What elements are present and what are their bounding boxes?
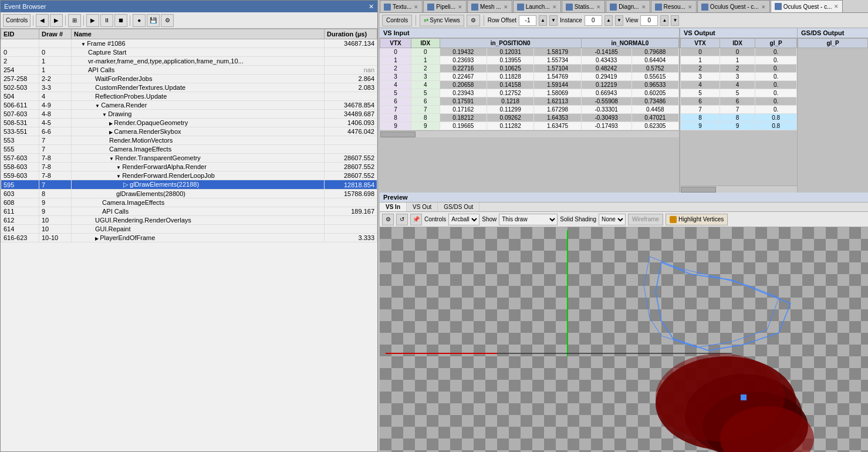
col-vtx[interactable]: VTX: [681, 39, 720, 48]
table-row[interactable]: 254 1 API Calls nan: [1, 66, 377, 75]
tab-textu[interactable]: Textu...✕: [380, 0, 423, 13]
settings-icon-button[interactable]: ⚙: [382, 214, 394, 225]
vs-input-row[interactable]: 9 9 0.19665 0.11282 1.63475 -0.17493 0.6…: [380, 122, 679, 130]
row-offset-up[interactable]: ▲: [539, 15, 547, 26]
close-icon[interactable]: ✕: [369, 3, 374, 11]
table-row[interactable]: 558-603 7-8 RenderForwardAlpha.Render 28…: [1, 163, 377, 171]
vs-output-row[interactable]: 770.: [681, 106, 797, 114]
tab-close-icon[interactable]: ✕: [761, 4, 766, 10]
vs-output-row[interactable]: 000.: [681, 48, 797, 56]
tab-vs-out[interactable]: VS Out: [407, 203, 438, 211]
tab-vs-in[interactable]: VS In: [380, 203, 407, 211]
tab-resou[interactable]: Resou...✕: [651, 0, 697, 13]
vs-input-row[interactable]: 7 7 0.17162 0.11299 1.67298 -0.33301 0.4…: [380, 106, 679, 114]
tab-oculus1[interactable]: Oculus Quest - c...✕: [697, 0, 770, 13]
col-normal[interactable]: in_NORMAL0: [581, 39, 678, 48]
show-select[interactable]: This draw: [499, 214, 558, 225]
col-header-duration[interactable]: Duration (µs): [325, 29, 377, 39]
prev-button[interactable]: ◀: [36, 14, 49, 27]
table-row[interactable]: 533-551 6-6 Camera.RenderSkybox 4476.042: [1, 127, 377, 136]
vs-output-row-highlight[interactable]: 990.8: [681, 122, 797, 130]
tab-launch[interactable]: Launch...✕: [513, 0, 561, 13]
tab-close-icon[interactable]: ✕: [458, 4, 462, 10]
tab-oculus2[interactable]: Oculus Quest - c...✕: [771, 0, 843, 13]
vs-output-row[interactable]: 220.: [681, 65, 797, 73]
vs-output-row-highlight[interactable]: 880.8: [681, 114, 797, 122]
event-table-container[interactable]: EID Draw # Name Duration (µs) Frame #108…: [1, 29, 377, 451]
scroll-thumb[interactable]: [681, 187, 716, 193]
tab-gsds-out[interactable]: GS/DS Out: [438, 203, 479, 211]
table-row[interactable]: 0 0 Capture Start: [1, 48, 377, 57]
vs-input-row[interactable]: 0 0 0.19432 0.12031 1.58179 -0.14185 0.7…: [380, 48, 679, 56]
col-idx[interactable]: IDX: [720, 39, 755, 48]
view-input[interactable]: [640, 15, 658, 26]
gsds-output-table-container[interactable]: gl_P: [798, 38, 868, 193]
col-header-name[interactable]: Name: [72, 29, 325, 39]
row-offset-down[interactable]: ▼: [549, 15, 558, 26]
record-button[interactable]: ●: [133, 14, 146, 27]
table-row-selected[interactable]: 595 7 ▷ glDrawElements(22188) 12818.854: [1, 180, 377, 190]
instance-input[interactable]: [585, 15, 602, 26]
scroll-thumb[interactable]: [380, 131, 416, 137]
col-header-draw[interactable]: Draw #: [39, 29, 72, 39]
col-idx[interactable]: IDX: [411, 39, 440, 48]
vs-input-row[interactable]: 3 3 0.22467 0.11828 1.54769 0.29419 0.55…: [380, 73, 679, 81]
highlight-vertices-button[interactable]: Highlight Vertices: [666, 214, 728, 225]
tab-close-icon[interactable]: ✕: [596, 4, 601, 10]
table-row[interactable]: 507-603 4-8 Drawing 34489.687: [1, 110, 377, 119]
vs-input-row[interactable]: 4 4 0.20658 0.14158 1.59144 0.12219 0.96…: [380, 81, 679, 89]
table-row[interactable]: 2 1 vr-marker,frame_end,type,application…: [1, 57, 377, 66]
tab-close-icon[interactable]: ✕: [688, 4, 693, 10]
col-glp[interactable]: gl_P: [798, 39, 868, 48]
tab-diagn[interactable]: Diagn...✕: [606, 0, 650, 13]
col-glp[interactable]: gl_P: [755, 39, 797, 48]
settings-button[interactable]: ⚙: [161, 14, 174, 27]
options-button[interactable]: ⚙: [467, 15, 480, 26]
col-header-eid[interactable]: EID: [1, 29, 39, 39]
table-row[interactable]: 508-531 4-5 Render.OpaqueGeometry 1406.0…: [1, 119, 377, 127]
table-row[interactable]: 502-503 3-3 CustomRenderTextures.Update …: [1, 83, 377, 92]
table-row[interactable]: 553 7 Render.MotionVectors: [1, 136, 377, 145]
preview-canvas[interactable]: [380, 227, 868, 452]
table-row[interactable]: 612 10 UGUI.Rendering.RenderOverlays: [1, 216, 377, 225]
controls-button[interactable]: Controls: [382, 15, 412, 26]
table-row[interactable]: 616-623 10-10 PlayerEndOfFrame 3.333: [1, 234, 377, 242]
table-row[interactable]: 608 9 Camera.ImageEffects: [1, 198, 377, 207]
stop-button[interactable]: ⏹: [114, 14, 127, 27]
view-up[interactable]: ▲: [660, 15, 668, 26]
vs-input-row[interactable]: 1 1 0.23693 0.13955 1.55734 0.43433 0.64…: [380, 56, 679, 65]
tab-close-icon[interactable]: ✕: [834, 4, 839, 9]
table-row[interactable]: Frame #1086 34687.134: [1, 39, 377, 48]
vs-output-row[interactable]: 440.: [681, 81, 797, 89]
view-down[interactable]: ▼: [671, 15, 679, 26]
vs-input-row[interactable]: 2 2 0.22716 0.10625 1.57104 0.48242 0.57…: [380, 65, 679, 73]
controls-button[interactable]: Controls: [3, 14, 31, 27]
vs-input-table-container[interactable]: VTX IDX in_POSITION0 in_NORMAL0 0 0 0.19…: [380, 38, 679, 130]
horizontal-scrollbar[interactable]: [680, 185, 797, 193]
bookmark-button[interactable]: ⊞: [68, 14, 81, 27]
vs-input-row[interactable]: 6 6 0.17591 0.1218 1.62113 -0.55908 0.73…: [380, 97, 679, 106]
table-row[interactable]: 557-603 7-8 Render.TransparentGeometry 2…: [1, 154, 377, 163]
vs-input-row[interactable]: 8 8 0.18212 0.09262 1.64353 -0.30493 0.4…: [380, 114, 679, 122]
sync-views-button[interactable]: ⇄ Sync Views: [420, 15, 464, 26]
table-row[interactable]: 611 9 API Calls 189.167: [1, 207, 377, 216]
tab-statis[interactable]: Statis...✕: [562, 0, 605, 13]
table-row[interactable]: 603 8 glDrawElements(28800) 15788.698: [1, 190, 377, 198]
tab-close-icon[interactable]: ✕: [414, 4, 418, 10]
vs-output-row[interactable]: 110.: [681, 56, 797, 65]
vs-input-row[interactable]: 5 5 0.23943 0.12752 1.58069 0.66943 0.60…: [380, 89, 679, 97]
next-button[interactable]: ▶: [50, 14, 63, 27]
vs-output-row[interactable]: 660.: [681, 97, 797, 106]
col-position[interactable]: in_POSITION0: [440, 39, 581, 48]
play-button[interactable]: ▶: [86, 14, 99, 27]
table-row[interactable]: 559-603 7-8 RenderForward.RenderLoopJob …: [1, 171, 377, 180]
table-row[interactable]: 257-258 2-2 WaitForRenderJobs 2.864: [1, 75, 377, 83]
table-row[interactable]: 555 7 Camera.ImageEffects: [1, 145, 377, 154]
table-row[interactable]: 504 4 ReflectionProbes.Update: [1, 92, 377, 101]
row-offset-input[interactable]: [519, 15, 536, 26]
vs-output-row[interactable]: 550.: [681, 89, 797, 97]
vs-output-table-container[interactable]: VTX IDX gl_P 000. 110. 220. 330. 440. 55…: [680, 38, 797, 185]
instance-up[interactable]: ▲: [604, 15, 613, 26]
tab-close-icon[interactable]: ✕: [641, 4, 646, 10]
col-vtx[interactable]: VTX: [380, 39, 411, 48]
